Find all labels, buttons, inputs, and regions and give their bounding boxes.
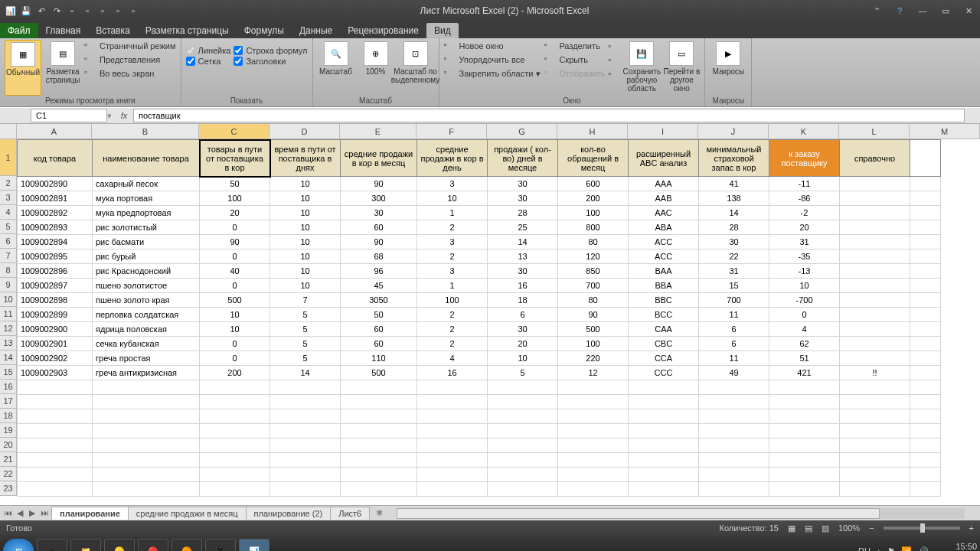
cell[interactable]: 220 bbox=[558, 351, 629, 366]
header-cell[interactable]: наименование товара bbox=[93, 140, 200, 177]
column-header[interactable]: A bbox=[17, 124, 92, 139]
row-header[interactable]: 19 bbox=[0, 423, 17, 438]
cell[interactable]: 16 bbox=[488, 279, 558, 293]
cell[interactable] bbox=[840, 380, 910, 395]
cell[interactable]: ABA bbox=[629, 220, 699, 235]
tray-volume-icon[interactable]: 🔊 bbox=[918, 546, 929, 552]
cell[interactable]: 20 bbox=[769, 220, 840, 235]
row-header[interactable]: 16 bbox=[0, 380, 17, 394]
cell[interactable] bbox=[840, 453, 910, 468]
new-sheet-icon[interactable]: ✱ bbox=[370, 508, 389, 518]
cell[interactable]: 30 bbox=[488, 322, 558, 337]
cell[interactable] bbox=[417, 395, 488, 409]
cell[interactable]: 10 bbox=[200, 322, 270, 337]
ruler-checkbox[interactable]: Линейка bbox=[186, 46, 231, 55]
tray-network-icon[interactable]: 📶 bbox=[901, 546, 912, 552]
cell[interactable]: 10 bbox=[270, 264, 341, 279]
cell[interactable] bbox=[629, 395, 699, 409]
cell[interactable]: 20 bbox=[200, 206, 270, 220]
cell[interactable]: 60 bbox=[341, 337, 417, 351]
sheet-tab[interactable]: планирование (2) bbox=[246, 507, 332, 520]
zoom-selection-button[interactable]: ⊡Масштаб по выделенному bbox=[397, 40, 434, 96]
help-icon[interactable]: ? bbox=[888, 3, 911, 18]
redo-icon[interactable]: ↷ bbox=[51, 5, 63, 17]
fx-icon[interactable]: fx bbox=[115, 111, 133, 120]
cell[interactable] bbox=[93, 424, 200, 439]
ribbon-tab[interactable]: Формулы bbox=[237, 23, 292, 38]
cell[interactable]: 60 bbox=[341, 322, 417, 337]
cell[interactable]: 1009002895 bbox=[18, 249, 93, 264]
cell[interactable] bbox=[200, 380, 270, 395]
cell[interactable] bbox=[93, 439, 200, 453]
window-icon[interactable]: ▫ bbox=[608, 41, 620, 54]
zoom-level[interactable]: 100% bbox=[838, 523, 860, 533]
cell[interactable] bbox=[558, 409, 629, 424]
header-cell[interactable]: к заказу поставщику bbox=[769, 140, 840, 177]
taskbar-app[interactable]: Y bbox=[205, 539, 236, 551]
cell[interactable] bbox=[629, 453, 699, 468]
row-header[interactable]: 13 bbox=[0, 336, 17, 350]
new-window-button[interactable]: ▫Новое окно bbox=[444, 40, 541, 52]
cell[interactable] bbox=[270, 424, 341, 439]
cell[interactable]: 12 bbox=[558, 366, 629, 380]
cell[interactable]: -700 bbox=[769, 293, 840, 308]
horizontal-scrollbar[interactable] bbox=[397, 508, 965, 519]
cell[interactable] bbox=[18, 409, 93, 424]
cell[interactable] bbox=[840, 409, 910, 424]
cell[interactable]: 300 bbox=[341, 191, 417, 206]
cell[interactable] bbox=[341, 380, 417, 395]
cell[interactable]: 3 bbox=[417, 264, 488, 279]
zoom-in-icon[interactable]: + bbox=[969, 523, 974, 533]
column-header[interactable]: K bbox=[769, 124, 839, 139]
zoom-out-icon[interactable]: − bbox=[869, 523, 874, 533]
cell[interactable]: 13 bbox=[488, 249, 558, 264]
cell[interactable]: !! bbox=[840, 366, 910, 380]
column-header[interactable]: C bbox=[199, 124, 270, 139]
formula-bar[interactable]: поставщик bbox=[133, 109, 965, 122]
cell[interactable]: 1009002891 bbox=[18, 191, 93, 206]
header-cell[interactable]: товары в пути от поставщика в кор bbox=[200, 140, 270, 177]
restore-icon[interactable]: ▭ bbox=[934, 3, 957, 18]
taskbar-app[interactable]: 🟠 bbox=[172, 539, 202, 551]
cell[interactable]: 28 bbox=[488, 206, 558, 220]
tray-lang[interactable]: RU bbox=[858, 546, 871, 551]
cell[interactable] bbox=[699, 439, 769, 453]
normal-view-button[interactable]: ▦Обычный bbox=[5, 40, 41, 96]
cell[interactable]: 80 bbox=[558, 293, 629, 308]
cell[interactable] bbox=[840, 395, 910, 409]
cell[interactable] bbox=[558, 482, 629, 497]
cell[interactable]: 500 bbox=[200, 293, 270, 308]
next-sheet-icon[interactable]: ▶ bbox=[26, 508, 38, 518]
cell[interactable]: 0 bbox=[200, 249, 270, 264]
formula-bar-checkbox[interactable]: Строка формул bbox=[234, 46, 307, 55]
cell[interactable]: 80 bbox=[558, 235, 629, 249]
cell[interactable]: 50 bbox=[200, 177, 270, 191]
cell[interactable] bbox=[18, 424, 93, 439]
cell[interactable] bbox=[699, 409, 769, 424]
cell[interactable]: -13 bbox=[769, 264, 840, 279]
cell[interactable] bbox=[270, 468, 341, 482]
undo-icon[interactable]: ↶ bbox=[35, 5, 47, 17]
cell[interactable] bbox=[270, 380, 341, 395]
cell[interactable] bbox=[488, 395, 558, 409]
cell[interactable]: 421 bbox=[769, 366, 840, 380]
cell[interactable] bbox=[270, 453, 341, 468]
ribbon-tab[interactable]: Главная bbox=[38, 23, 89, 38]
minimize-ribbon-icon[interactable]: ⌃ bbox=[865, 3, 888, 18]
cell[interactable]: 5 bbox=[270, 308, 341, 322]
column-header[interactable]: D bbox=[270, 124, 340, 139]
cell[interactable]: 15 bbox=[699, 279, 769, 293]
cell[interactable]: 31 bbox=[769, 235, 840, 249]
cell[interactable] bbox=[558, 439, 629, 453]
cell[interactable] bbox=[910, 424, 941, 439]
cell[interactable]: 96 bbox=[341, 264, 417, 279]
cell[interactable]: 30 bbox=[341, 206, 417, 220]
cell[interactable] bbox=[840, 235, 910, 249]
cell[interactable]: греча простая bbox=[93, 351, 200, 366]
cell[interactable]: CCA bbox=[629, 351, 699, 366]
row-header[interactable]: 22 bbox=[0, 467, 17, 481]
cell[interactable] bbox=[699, 380, 769, 395]
close-icon[interactable]: ✕ bbox=[957, 3, 980, 18]
cell[interactable] bbox=[629, 468, 699, 482]
tray-chevron-icon[interactable]: ▴ bbox=[877, 546, 881, 552]
